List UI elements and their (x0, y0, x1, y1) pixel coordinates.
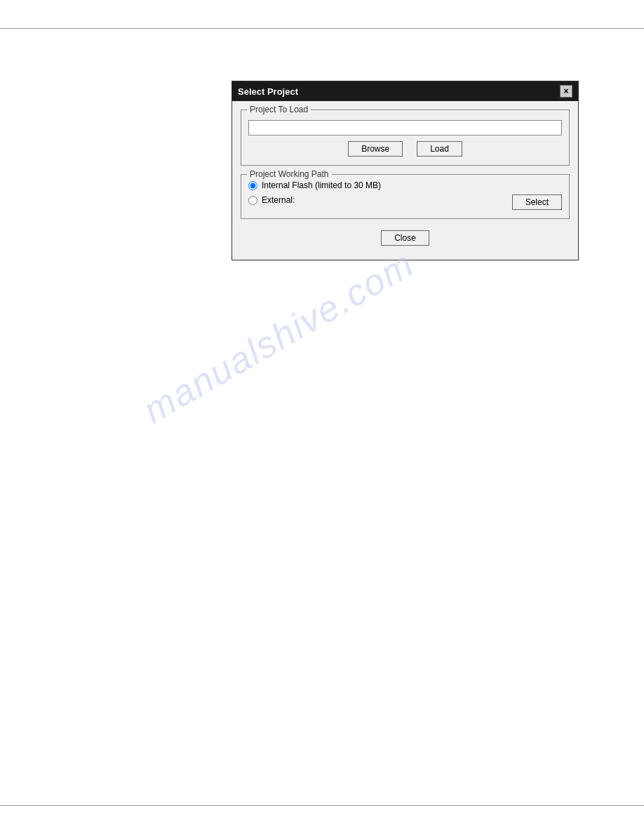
close-button[interactable]: Close (381, 230, 429, 246)
radio-internal-label: Internal Flash (limited to 30 MB) (262, 180, 381, 190)
select-button[interactable]: Select (512, 194, 562, 210)
select-project-dialog: Select Project × Project To Load Browse … (232, 81, 579, 260)
radio-external[interactable] (248, 196, 257, 205)
working-path-left: Internal Flash (limited to 30 MB) Extern… (248, 180, 562, 210)
top-border (0, 28, 644, 29)
project-to-load-input[interactable] (248, 120, 562, 135)
radio-internal-row: Internal Flash (limited to 30 MB) (248, 180, 562, 190)
dialog-close-button[interactable]: × (560, 85, 572, 98)
watermark: manualshive.com (136, 242, 421, 431)
project-working-path-group: Project Working Path Internal Flash (lim… (241, 174, 570, 219)
load-button-row: Browse Load (248, 141, 562, 157)
project-working-path-legend: Project Working Path (247, 169, 332, 179)
radio-internal[interactable] (248, 181, 257, 190)
load-button[interactable]: Load (417, 141, 462, 157)
radio-external-row: External: (248, 195, 295, 205)
dialog-body: Project To Load Browse Load Project Work… (232, 101, 578, 260)
dialog-title: Select Project (238, 86, 298, 97)
dialog-titlebar: Select Project × (232, 81, 578, 101)
bottom-border (0, 805, 644, 806)
project-to-load-group: Project To Load Browse Load (241, 110, 570, 166)
radio-external-label: External: (262, 195, 295, 205)
close-row: Close (241, 227, 570, 251)
browse-button[interactable]: Browse (348, 141, 403, 157)
project-to-load-legend: Project To Load (247, 105, 311, 114)
